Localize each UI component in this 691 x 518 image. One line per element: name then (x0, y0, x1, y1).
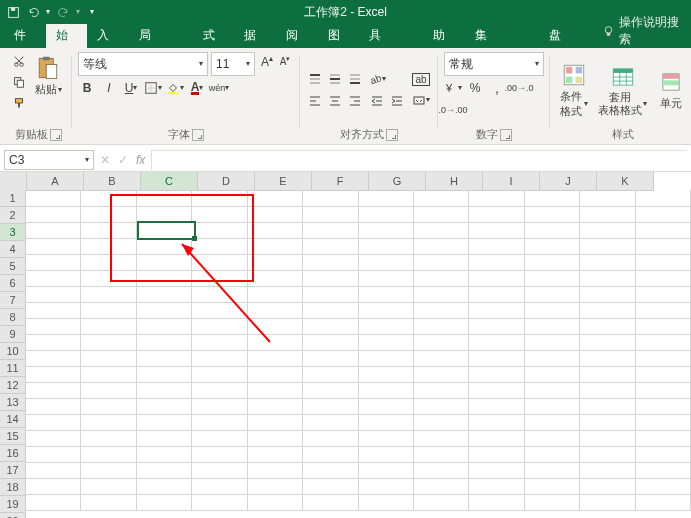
font-name-combo[interactable]: 等线▾ (78, 52, 208, 76)
cell[interactable] (192, 238, 247, 255)
decrease-indent-icon[interactable] (368, 91, 386, 109)
cell[interactable] (81, 366, 136, 383)
cell[interactable] (303, 270, 358, 287)
cell[interactable] (248, 350, 303, 367)
align-left-icon[interactable] (306, 91, 324, 109)
cell[interactable] (26, 478, 81, 495)
alignment-launcher-icon[interactable] (386, 129, 398, 141)
col-header[interactable]: K (597, 172, 654, 191)
cell[interactable] (359, 350, 414, 367)
cell[interactable] (192, 382, 247, 399)
cell[interactable] (469, 286, 524, 303)
save-icon[interactable] (6, 5, 20, 19)
cell[interactable] (26, 494, 81, 511)
name-box[interactable]: C3▾ (4, 150, 94, 170)
col-header[interactable]: A (27, 172, 84, 191)
cell[interactable] (81, 382, 136, 399)
cell[interactable] (414, 190, 469, 207)
cell[interactable] (26, 286, 81, 303)
cell[interactable] (303, 302, 358, 319)
cell[interactable] (469, 270, 524, 287)
cell[interactable] (192, 366, 247, 383)
cell[interactable] (414, 462, 469, 479)
cell[interactable] (469, 318, 524, 335)
cell[interactable] (414, 270, 469, 287)
cell[interactable] (192, 222, 247, 239)
cell[interactable] (359, 446, 414, 463)
cell[interactable] (525, 238, 580, 255)
cell[interactable] (248, 270, 303, 287)
cell[interactable] (303, 238, 358, 255)
row-header[interactable]: 1 (0, 190, 26, 207)
cell[interactable] (580, 254, 635, 271)
cell[interactable] (414, 382, 469, 399)
cell[interactable] (359, 478, 414, 495)
cell[interactable] (580, 222, 635, 239)
cell[interactable] (580, 462, 635, 479)
cell[interactable] (248, 222, 303, 239)
cell[interactable] (192, 334, 247, 351)
col-header[interactable]: C (141, 172, 198, 191)
cell[interactable] (525, 366, 580, 383)
cell[interactable] (580, 382, 635, 399)
cell[interactable] (248, 286, 303, 303)
fill-color-icon[interactable]: ▾ (166, 79, 184, 97)
cell[interactable] (469, 302, 524, 319)
cell[interactable] (81, 446, 136, 463)
cell[interactable] (580, 430, 635, 447)
increase-font-icon[interactable]: A▴ (258, 52, 276, 70)
redo-icon[interactable] (56, 5, 70, 19)
cell[interactable] (248, 430, 303, 447)
cell[interactable] (26, 462, 81, 479)
cell[interactable] (525, 190, 580, 207)
cell[interactable] (469, 494, 524, 511)
cell[interactable] (414, 222, 469, 239)
cell[interactable] (81, 334, 136, 351)
col-header[interactable]: H (426, 172, 483, 191)
cell[interactable] (580, 206, 635, 223)
cell[interactable] (636, 206, 691, 223)
cell[interactable] (303, 190, 358, 207)
cell[interactable] (81, 222, 136, 239)
cell[interactable] (636, 494, 691, 511)
cell[interactable] (469, 254, 524, 271)
cell[interactable] (525, 414, 580, 431)
cell[interactable] (469, 430, 524, 447)
cell[interactable] (525, 350, 580, 367)
cell[interactable] (359, 206, 414, 223)
cell[interactable] (636, 254, 691, 271)
cell[interactable] (525, 430, 580, 447)
cell[interactable] (359, 318, 414, 335)
cell[interactable] (81, 190, 136, 207)
percent-icon[interactable]: % (466, 79, 484, 97)
col-header[interactable]: G (369, 172, 426, 191)
increase-decimal-icon[interactable]: .00→.0 (510, 79, 528, 97)
col-header[interactable]: I (483, 172, 540, 191)
font-launcher-icon[interactable] (192, 129, 204, 141)
row-header[interactable]: 19 (0, 496, 26, 513)
number-launcher-icon[interactable] (500, 129, 512, 141)
cell[interactable] (137, 206, 192, 223)
bold-button[interactable]: B (78, 79, 96, 97)
cell[interactable] (137, 334, 192, 351)
cell[interactable] (81, 302, 136, 319)
cell[interactable] (414, 494, 469, 511)
cell[interactable] (414, 350, 469, 367)
font-color-icon[interactable]: A▾ (188, 79, 206, 97)
cell[interactable] (469, 366, 524, 383)
italic-button[interactable]: I (100, 79, 118, 97)
cut-icon[interactable] (10, 52, 28, 70)
cell[interactable] (303, 382, 358, 399)
cell[interactable] (303, 286, 358, 303)
cell[interactable] (636, 478, 691, 495)
row-header[interactable]: 8 (0, 309, 26, 326)
cancel-icon[interactable]: ✕ (100, 153, 110, 167)
wrap-text-button[interactable]: ab (410, 70, 432, 88)
cell[interactable] (359, 238, 414, 255)
cell[interactable] (414, 206, 469, 223)
clipboard-launcher-icon[interactable] (50, 129, 62, 141)
cell[interactable] (580, 494, 635, 511)
cell-styles-button[interactable]: 单元 (653, 66, 689, 113)
paste-button[interactable]: 粘贴▾ (30, 52, 66, 99)
cell[interactable] (81, 254, 136, 271)
